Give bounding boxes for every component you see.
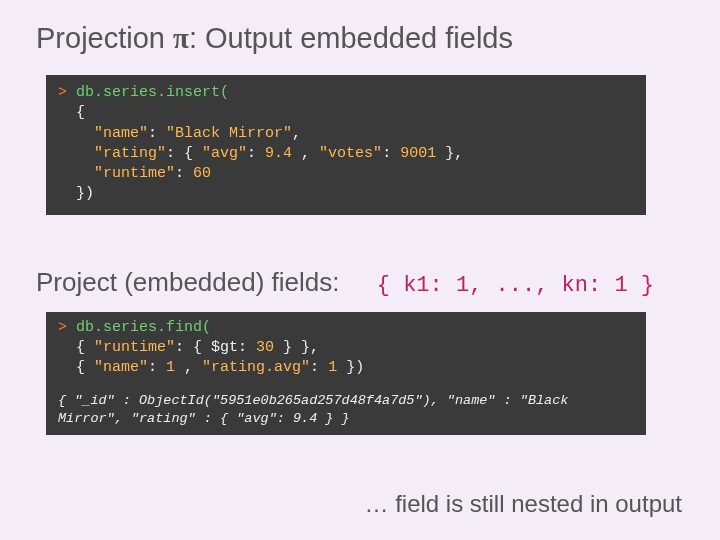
code-num: 1: [328, 359, 337, 376]
code-num: 30: [256, 339, 274, 356]
title-after: : Output embedded fields: [189, 22, 513, 54]
code-indent: [58, 165, 94, 182]
slide-title: Projection π: Output embedded fields: [36, 22, 684, 55]
code-sep: : {: [166, 145, 202, 162]
code-sep: ,: [175, 359, 202, 376]
code-key: "name": [94, 359, 148, 376]
code-indent: {: [58, 339, 94, 356]
projection-pattern: { k1: 1, ..., kn: 1 }: [377, 273, 654, 298]
code-key: "runtime": [94, 339, 175, 356]
title-before: Projection: [36, 22, 173, 54]
code-line: }): [58, 185, 94, 202]
code-comma: ,: [292, 125, 301, 142]
code-key: "rating": [94, 145, 166, 162]
code-sep: :: [175, 165, 193, 182]
code-sep: :: [382, 145, 400, 162]
pi-symbol: π: [173, 22, 189, 54]
code-sep: : { $gt:: [175, 339, 256, 356]
prompt-char: >: [58, 319, 67, 336]
code-sep: :: [310, 359, 328, 376]
code-insert: > db.series.insert( { "name": "Black Mir…: [46, 75, 646, 215]
code-key: "avg": [202, 145, 247, 162]
code-result: { "_id" : ObjectId("5951e0b265ad257d48f4…: [46, 386, 646, 435]
code-end: }): [337, 359, 364, 376]
code-str: "Black Mirror": [166, 125, 292, 142]
subhead-text: Project (embedded) fields:: [36, 267, 339, 298]
subhead-row: Project (embedded) fields: { k1: 1, ...,…: [36, 267, 684, 298]
prompt-char: >: [58, 84, 67, 101]
find-cmd: db.series.find(: [67, 319, 211, 336]
code-key: "rating.avg": [202, 359, 310, 376]
code-sep: :: [247, 145, 265, 162]
code-num: 9.4: [265, 145, 292, 162]
code-key: "votes": [319, 145, 382, 162]
code-indent: [58, 125, 94, 142]
code-sep: :: [148, 359, 166, 376]
code-key: "runtime": [94, 165, 175, 182]
code-line: {: [58, 104, 85, 121]
insert-cmd: db.series.insert(: [67, 84, 229, 101]
code-sep: ,: [292, 145, 319, 162]
code-num: 1: [166, 359, 175, 376]
code-find: > db.series.find( { "runtime": { $gt: 30…: [46, 312, 646, 387]
code-end: },: [436, 145, 463, 162]
code-indent: {: [58, 359, 94, 376]
code-indent: [58, 145, 94, 162]
code-num: 60: [193, 165, 211, 182]
code-sep: :: [148, 125, 166, 142]
footer-note: … field is still nested in output: [365, 490, 683, 518]
code-key: "name": [94, 125, 148, 142]
code-num: 9001: [400, 145, 436, 162]
code-end: } },: [274, 339, 319, 356]
